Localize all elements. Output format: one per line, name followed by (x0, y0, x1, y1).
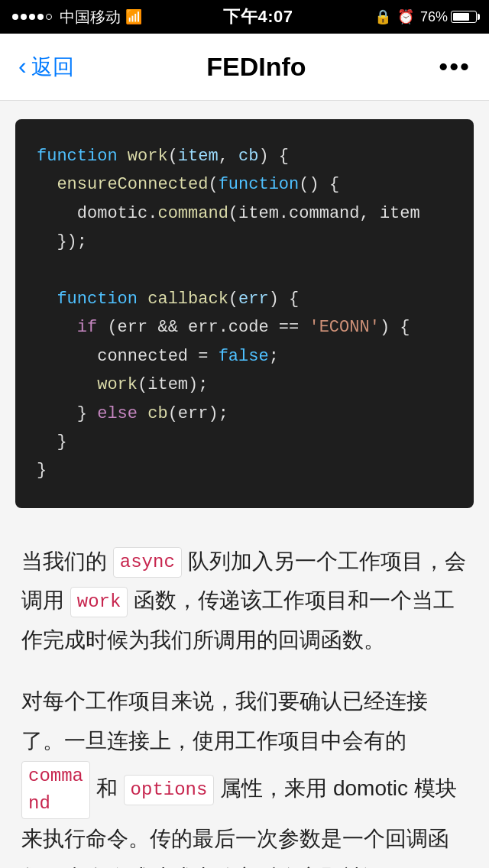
back-label: 返回 (31, 53, 74, 82)
inline-code-work: work (70, 587, 128, 617)
signal-dot-5 (46, 14, 52, 20)
signal-dot-3 (29, 14, 35, 20)
battery-percent: 76% (420, 9, 448, 25)
battery-fill (453, 13, 469, 21)
lock-icon: 🔒 (374, 8, 391, 25)
inline-code-options: options (124, 775, 215, 805)
status-bar: 中国移动 📶 下午4:07 🔒 ⏰ 76% (0, 0, 489, 34)
nav-bar: ‹ 返回 FEDInfo ••• (0, 34, 489, 101)
alarm-icon: ⏰ (397, 8, 414, 25)
article-content: 当我们的 async 队列加入另一个工作项目，会调用 work 函数，传递该工作… (0, 526, 489, 868)
back-chevron-icon: ‹ (18, 52, 27, 80)
signal-dot-2 (21, 14, 27, 20)
paragraph-2: 对每个工作项目来说，我们要确认已经连接了。一旦连接上，使用工作项目中会有的 co… (21, 682, 468, 868)
battery-icon (451, 11, 477, 23)
more-button[interactable]: ••• (439, 52, 471, 82)
carrier-text: 中国移动 (60, 7, 121, 28)
paragraph-1: 当我们的 async 队列加入另一个工作项目，会调用 work 函数，传递该工作… (21, 542, 468, 660)
signal-dots (12, 14, 52, 20)
inline-code-async: async (113, 547, 182, 578)
status-left: 中国移动 📶 (12, 7, 142, 28)
signal-dot-1 (12, 14, 18, 20)
page-title: FEDInfo (206, 52, 306, 82)
para1-text-1: 当我们的 (21, 549, 113, 573)
wifi-icon: 📶 (125, 8, 142, 25)
para2-text-1: 对每个工作项目来说，我们要确认已经连接了。一旦连接上，使用工作项目中会有的 (21, 689, 428, 753)
back-button[interactable]: ‹ 返回 (18, 53, 74, 82)
status-right: 🔒 ⏰ 76% (374, 8, 477, 25)
code-container: function work(item, cb) { ensureConnecte… (15, 119, 474, 508)
status-time: 下午4:07 (223, 5, 293, 28)
para2-text-2: 和 (90, 776, 124, 800)
battery-container: 76% (420, 9, 477, 25)
inline-code-command: command (21, 761, 90, 819)
code-block: function work(item, cb) { ensureConnecte… (37, 142, 452, 485)
signal-dot-4 (37, 14, 44, 20)
